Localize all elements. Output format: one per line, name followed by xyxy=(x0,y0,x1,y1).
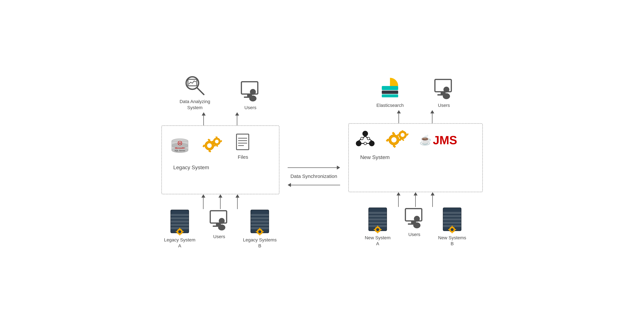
legacy-systems-b: Legacy Systems B xyxy=(243,209,277,249)
elasticsearch: Elasticsearch xyxy=(376,76,404,108)
right-side: Elasticsearch Users xyxy=(348,76,483,247)
svg-rect-50 xyxy=(179,228,180,229)
svg-point-66 xyxy=(258,230,261,233)
svg-point-132 xyxy=(451,228,454,231)
svg-rect-117 xyxy=(377,232,378,233)
svg-rect-135 xyxy=(455,229,456,230)
svg-point-124 xyxy=(413,222,420,228)
new-server-b-svg xyxy=(442,207,463,233)
svg-rect-45 xyxy=(171,221,189,223)
svg-point-87 xyxy=(364,142,366,145)
sync-label: Data Synchronization xyxy=(290,173,337,179)
svg-rect-68 xyxy=(259,234,260,235)
arrow-new-a xyxy=(396,192,400,207)
svg-point-115 xyxy=(376,228,379,231)
bottom-row-right: New System A Users xyxy=(365,207,466,247)
left-side: Data Analyzing System Users xyxy=(161,74,280,249)
svg-rect-62 xyxy=(251,221,269,223)
users-top-left-icon xyxy=(240,80,261,103)
svg-point-85 xyxy=(360,137,363,140)
svg-point-58 xyxy=(218,224,225,230)
users-br-svg xyxy=(404,207,425,230)
legacy-system-a: Legacy System A xyxy=(164,209,195,249)
svg-point-86 xyxy=(367,137,370,140)
users-tr-label: Users xyxy=(438,102,450,108)
svg-point-6 xyxy=(250,89,256,95)
users-tr-svg xyxy=(433,78,454,101)
sql-server-icon: Microsoft® SQL Server xyxy=(168,137,192,156)
svg-point-89 xyxy=(391,137,396,142)
users-top-right: Users xyxy=(433,78,454,108)
svg-point-18 xyxy=(207,143,212,148)
gears-new-icon xyxy=(385,130,410,150)
users-bottom-left: Users xyxy=(208,209,230,249)
arrow-users-bl xyxy=(218,194,222,209)
analyze-icon xyxy=(183,74,206,97)
gears-legacy-svg xyxy=(201,137,224,156)
svg-rect-133 xyxy=(452,226,452,227)
jms-text: JMS xyxy=(433,133,457,147)
arrow-to-users-tr xyxy=(430,110,434,123)
arrow-left xyxy=(288,183,340,187)
arrow-legacy-b xyxy=(236,194,240,209)
svg-rect-129 xyxy=(443,222,461,224)
elasticsearch-label: Elasticsearch xyxy=(376,102,404,108)
svg-rect-119 xyxy=(374,229,375,230)
sql-server-svg: Microsoft® SQL Server xyxy=(168,137,192,156)
svg-point-123 xyxy=(414,216,420,222)
svg-point-78 xyxy=(443,93,450,99)
svg-rect-61 xyxy=(251,217,269,219)
legacy-server-b-svg xyxy=(249,209,270,235)
arrow-legacy-a xyxy=(202,194,205,209)
svg-rect-43 xyxy=(171,214,189,216)
svg-rect-67 xyxy=(259,228,260,229)
bottom-row-left: Legacy System A Users xyxy=(164,209,277,249)
kafka-svg xyxy=(355,130,375,150)
files-label: Files xyxy=(238,154,248,160)
svg-text:Microsoft®: Microsoft® xyxy=(175,147,185,149)
legacy-system-a-label: Legacy System A xyxy=(164,237,195,249)
svg-point-28 xyxy=(215,140,218,143)
svg-rect-44 xyxy=(171,217,189,219)
svg-point-7 xyxy=(249,96,256,101)
svg-rect-51 xyxy=(179,234,180,235)
arrow-users-br xyxy=(414,192,418,207)
svg-rect-70 xyxy=(256,231,257,232)
sync-arrows: Data Synchronization xyxy=(288,166,340,187)
diagram: Data Analyzing System Users xyxy=(0,0,644,323)
svg-point-57 xyxy=(219,218,225,224)
arrow-new-b xyxy=(431,192,434,207)
svg-point-79 xyxy=(362,131,368,136)
users-top-left-label: Users xyxy=(244,105,256,111)
svg-rect-46 xyxy=(171,224,189,226)
svg-rect-52 xyxy=(182,231,184,232)
svg-rect-71 xyxy=(382,86,398,90)
gears-new-svg xyxy=(385,130,410,150)
svg-rect-111 xyxy=(369,218,387,220)
svg-rect-53 xyxy=(176,231,177,232)
users-bl-svg xyxy=(208,209,230,232)
svg-rect-126 xyxy=(443,212,461,214)
files-svg xyxy=(234,132,252,152)
users-bl-label: Users xyxy=(213,234,225,240)
legacy-system-box: Microsoft® SQL Server xyxy=(161,125,280,194)
svg-rect-69 xyxy=(262,231,264,232)
kafka-icon xyxy=(355,130,375,150)
new-system-a-label: New System A xyxy=(365,235,390,247)
svg-rect-118 xyxy=(380,229,382,230)
new-system-box: ☕ JMS New System xyxy=(348,123,483,192)
svg-rect-60 xyxy=(251,214,269,216)
svg-rect-37 xyxy=(236,134,249,150)
svg-rect-128 xyxy=(443,218,461,220)
svg-rect-127 xyxy=(443,215,461,217)
users-top-left: Users xyxy=(240,80,261,111)
legacy-server-a-svg xyxy=(169,209,190,235)
new-server-a-svg xyxy=(367,207,388,233)
svg-rect-2 xyxy=(188,79,197,86)
svg-point-99 xyxy=(401,133,404,137)
new-systems-b-label: New Systems B xyxy=(438,235,466,247)
new-systems-b: New Systems B xyxy=(438,207,466,247)
arrow-to-elasticsearch xyxy=(397,110,401,123)
new-system-label: New System xyxy=(360,154,390,160)
svg-line-1 xyxy=(197,88,204,95)
